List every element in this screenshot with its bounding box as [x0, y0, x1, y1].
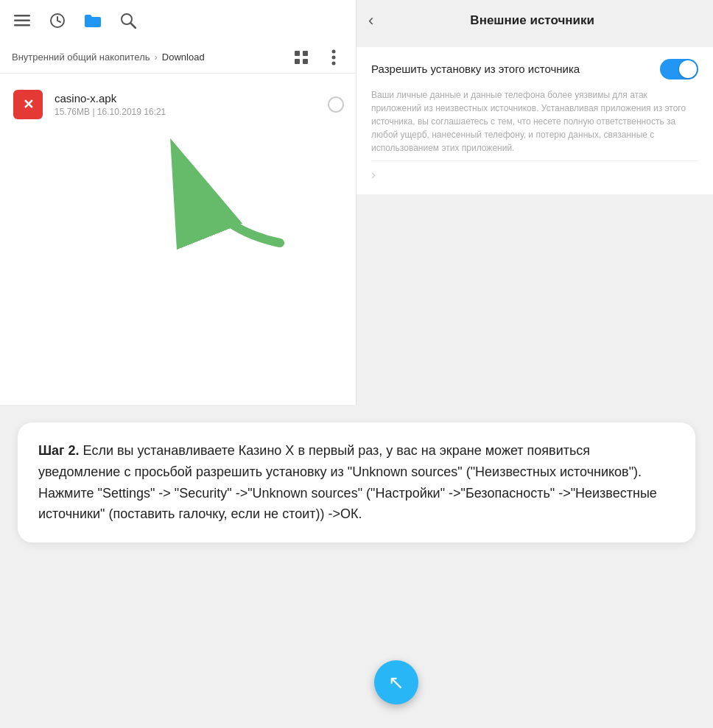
toggle-knob: [679, 60, 697, 78]
settings-card: Разрешить установку из этого источника В…: [356, 47, 713, 194]
svg-line-5: [131, 24, 136, 29]
toggle-label: Разрешить установку из этого источника: [371, 62, 648, 77]
file-list: casino-x.apk 15.76MB | 16.10.2019 16:21: [0, 74, 356, 135]
breadcrumb: Внутренний общий накопитель › Download: [0, 41, 356, 74]
svg-rect-7: [303, 51, 308, 56]
file-name: casino-x.apk: [55, 92, 317, 105]
chevron-right-icon: ›: [371, 167, 376, 183]
svg-point-12: [332, 61, 336, 65]
svg-rect-6: [295, 51, 300, 56]
search-icon[interactable]: [118, 10, 138, 31]
apk-file-icon: [12, 88, 44, 121]
fab-back-button[interactable]: ↖: [374, 660, 418, 704]
svg-rect-9: [303, 59, 308, 64]
svg-rect-0: [14, 15, 30, 17]
bottom-section: Шаг 2. Если вы устанавливаете Казино Х в…: [0, 405, 713, 728]
file-manager-header: [0, 0, 356, 41]
instruction-text: Если вы устанавливаете Казино Х в первый…: [38, 443, 657, 521]
settings-title: Внешние источники: [385, 13, 679, 28]
fab-arrow-icon: ↖: [388, 671, 404, 694]
breadcrumb-parent[interactable]: Внутренний общий накопитель: [12, 52, 150, 63]
back-button[interactable]: ‹: [368, 13, 373, 29]
more-options-icon[interactable]: [323, 47, 344, 68]
svg-rect-2: [14, 24, 30, 26]
header-icons: [12, 10, 138, 31]
allow-install-toggle[interactable]: [660, 59, 698, 79]
file-manager-panel: Внутренний общий накопитель › Download: [0, 0, 356, 405]
file-details: casino-x.apk 15.76MB | 16.10.2019 16:21: [55, 92, 317, 117]
breadcrumb-actions: [291, 47, 344, 68]
folder-icon[interactable]: [82, 10, 103, 31]
grid-view-icon[interactable]: [291, 47, 312, 68]
file-date: 16.10.2019 16:21: [97, 107, 166, 117]
breadcrumb-separator: ›: [155, 52, 158, 63]
settings-description: Ваши личные данные и данные телефона бол…: [371, 88, 698, 155]
settings-link-row[interactable]: ›: [371, 160, 698, 183]
breadcrumb-current[interactable]: Download: [162, 52, 205, 63]
svg-rect-1: [14, 20, 30, 22]
file-meta: 15.76MB | 16.10.2019 16:21: [55, 107, 317, 117]
settings-header: ‹ Внешние источники: [356, 0, 713, 41]
svg-rect-8: [295, 59, 300, 64]
svg-point-10: [332, 49, 336, 53]
file-meta-sep: |: [92, 107, 94, 117]
menu-icon[interactable]: [12, 10, 32, 31]
file-checkbox[interactable]: [328, 96, 344, 113]
instruction-bubble: Шаг 2. Если вы устанавливаете Казино Х в…: [18, 423, 695, 543]
step-label: Шаг 2.: [38, 443, 80, 458]
file-item[interactable]: casino-x.apk 15.76MB | 16.10.2019 16:21: [0, 79, 356, 130]
toggle-row: Разрешить установку из этого источника: [371, 59, 698, 79]
history-icon[interactable]: [47, 10, 68, 31]
file-list-area: casino-x.apk 15.76MB | 16.10.2019 16:21: [0, 74, 356, 405]
svg-point-11: [332, 55, 336, 59]
file-size: 15.76MB: [55, 107, 90, 117]
settings-panel: ‹ Внешние источники Разрешить установку …: [356, 0, 713, 405]
